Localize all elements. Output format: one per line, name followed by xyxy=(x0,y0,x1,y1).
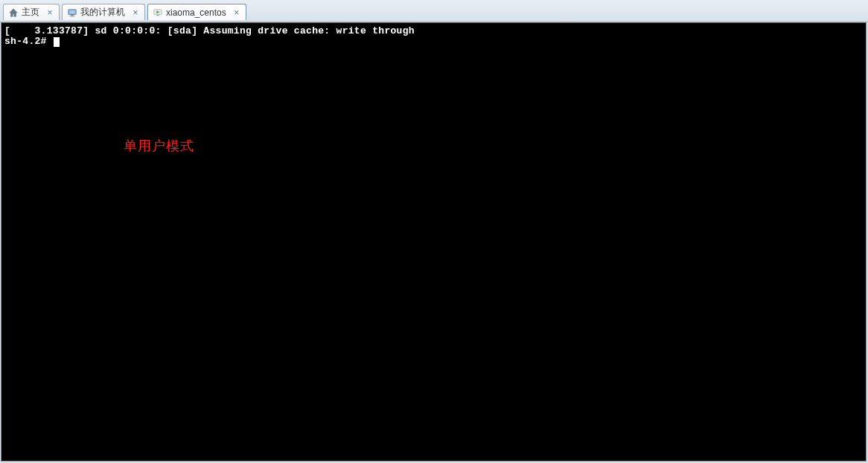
tab-my-computer-label: 我的计算机 xyxy=(80,6,125,19)
close-icon[interactable]: × xyxy=(232,8,241,17)
home-icon xyxy=(8,7,19,18)
terminal-console[interactable]: [ 3.133787] sd 0:0:0:0: [sda] Assuming d… xyxy=(1,22,867,462)
tab-vm-centos[interactable]: xiaoma_centos × xyxy=(147,4,246,20)
terminal-prompt-line: sh-4.2# xyxy=(4,36,863,47)
svg-rect-2 xyxy=(71,14,74,16)
svg-rect-5 xyxy=(156,14,159,16)
vm-power-icon xyxy=(153,7,163,18)
terminal-output-line: [ 3.133787] sd 0:0:0:0: [sda] Assuming d… xyxy=(4,26,863,36)
cursor xyxy=(54,37,60,47)
tab-vm-centos-label: xiaoma_centos xyxy=(166,7,226,18)
tab-my-computer[interactable]: 我的计算机 × xyxy=(62,4,145,20)
tab-home[interactable]: 主页 × xyxy=(3,4,60,20)
svg-rect-3 xyxy=(70,16,75,16)
close-icon[interactable]: × xyxy=(45,8,54,17)
annotation-overlay: 单用户模式 xyxy=(124,141,194,151)
tab-home-label: 主页 xyxy=(22,6,39,19)
monitor-icon xyxy=(67,7,77,18)
close-icon[interactable]: × xyxy=(131,8,140,17)
tab-bar: 主页 × 我的计算机 × xiaoma_centos × xyxy=(0,0,868,22)
svg-rect-1 xyxy=(69,10,76,13)
shell-prompt: sh-4.2# xyxy=(4,36,47,47)
